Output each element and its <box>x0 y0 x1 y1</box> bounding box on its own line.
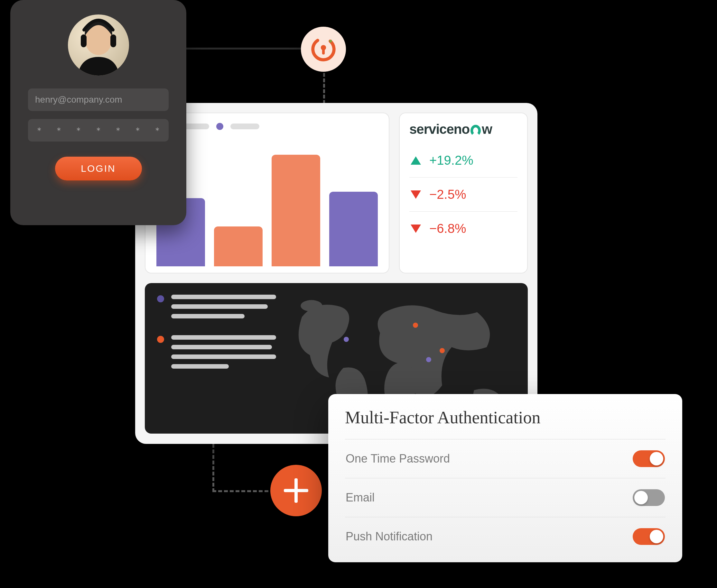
mfa-option-row: Email <box>345 478 665 517</box>
stat-value: −2.5% <box>429 187 466 202</box>
map-legend-list <box>157 295 276 422</box>
stat-row: −6.8% <box>409 211 517 246</box>
placeholder-line <box>171 295 276 299</box>
svg-rect-7 <box>110 35 116 47</box>
list-item <box>157 295 276 318</box>
login-button[interactable]: LOGIN <box>55 156 142 181</box>
triangle-down-icon <box>411 225 421 233</box>
stat-value: +19.2% <box>429 153 473 168</box>
chart-legend <box>157 123 378 130</box>
brand-badge <box>301 27 346 72</box>
mfa-toggle[interactable] <box>633 489 665 506</box>
list-item <box>157 335 276 369</box>
legend-dot-icon <box>157 336 164 343</box>
dashboard-panel: servicenow +19.2%−2.5%−6.8% <box>135 103 537 444</box>
svg-rect-6 <box>81 35 86 47</box>
mfa-option-row: Push Notification <box>345 517 665 556</box>
chart-bar <box>214 227 263 266</box>
chart-bars-area <box>157 142 378 266</box>
map-marker <box>344 337 349 342</box>
map-marker <box>413 323 418 328</box>
mfa-panel: Multi-Factor Authentication One Time Pas… <box>328 394 682 562</box>
add-button[interactable] <box>270 465 322 516</box>
triangle-down-icon <box>411 190 421 199</box>
avatar <box>68 15 129 76</box>
mfa-option-label: Push Notification <box>346 530 432 543</box>
triangle-up-icon <box>411 156 421 165</box>
mfa-title: Multi-Factor Authentication <box>345 407 665 427</box>
chart-bar <box>329 192 378 266</box>
chart-bar <box>272 155 320 266</box>
stat-row: +19.2% <box>409 144 517 177</box>
svg-rect-2 <box>322 48 325 54</box>
legend-placeholder <box>230 124 259 129</box>
mfa-toggle[interactable] <box>633 528 665 545</box>
stats-card: servicenow +19.2%−2.5%−6.8% <box>399 112 528 273</box>
mfa-option-label: One Time Password <box>346 452 450 465</box>
placeholder-line <box>171 304 268 309</box>
placeholder-line <box>171 355 276 359</box>
stat-row: −2.5% <box>409 177 517 211</box>
login-card: LOGIN <box>10 0 186 225</box>
svg-point-3 <box>301 300 322 312</box>
mfa-toggle[interactable] <box>633 450 665 467</box>
placeholder-line <box>171 364 229 369</box>
placeholder-line <box>171 314 245 318</box>
connector-dashed <box>212 490 280 492</box>
stat-value: −6.8% <box>429 221 466 236</box>
connector-dashed <box>212 444 214 492</box>
password-field[interactable] <box>28 119 169 142</box>
legend-dot-icon <box>157 295 164 302</box>
mfa-option-row: One Time Password <box>345 439 665 478</box>
email-field[interactable] <box>28 88 169 111</box>
servicenow-logo: servicenow <box>409 122 517 137</box>
mfa-option-label: Email <box>346 491 374 504</box>
keyhole-icon <box>310 36 336 62</box>
placeholder-line <box>171 335 276 340</box>
placeholder-line <box>171 345 272 349</box>
legend-dot-series2 <box>216 123 223 130</box>
